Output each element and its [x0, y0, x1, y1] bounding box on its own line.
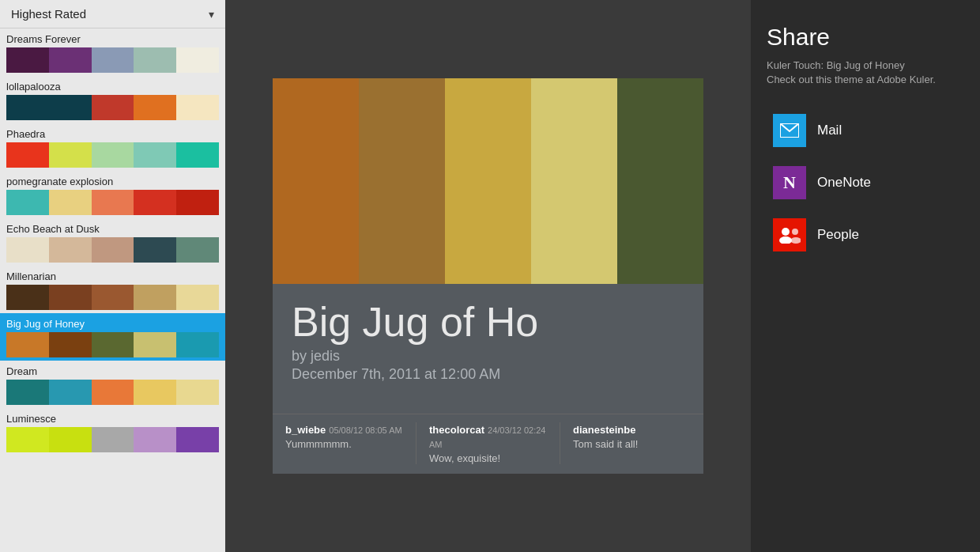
comment-text: Tom said it all!: [573, 438, 691, 450]
palette-swatches: [6, 380, 219, 405]
palette-swatches: [6, 142, 219, 168]
color-swatch: [6, 237, 49, 263]
comment: dianesteinbeTom said it all!: [560, 422, 703, 464]
palette-item[interactable]: Big Jug of Honey: [0, 313, 225, 361]
comment: b_wiebe05/08/12 08:05 AMYummmmmm.: [273, 422, 416, 464]
color-swatch: [176, 237, 219, 263]
palette-swatches: [6, 427, 219, 452]
color-swatch: [176, 47, 219, 73]
svg-point-5: [790, 237, 801, 244]
share-subtitle-line1: Kuler Touch: Big Jug of Honey: [767, 59, 905, 71]
sidebar: Highest Rated ▾ Dreams Foreverlollapaloo…: [0, 0, 225, 552]
color-swatch: [92, 427, 134, 452]
theme-date: December 7th, 2011 at 12:00 AM: [292, 366, 684, 383]
palette-name: Dreams Forever: [6, 33, 219, 45]
color-swatch: [49, 47, 92, 73]
palette-item[interactable]: Luminesce: [0, 408, 225, 456]
color-swatch: [49, 237, 92, 263]
color-swatch: [134, 47, 176, 73]
color-swatch: [49, 190, 92, 215]
color-swatch: [134, 142, 176, 168]
palette-item[interactable]: Millenarian: [0, 266, 225, 313]
color-swatch: [176, 95, 219, 120]
share-panel: Share Kuler Touch: Big Jug of Honey Chec…: [751, 0, 980, 552]
color-swatch: [134, 285, 176, 310]
color-swatch: [134, 95, 176, 120]
share-item-onenote[interactable]: NOneNote: [767, 158, 964, 207]
color-swatch: [6, 427, 49, 452]
color-swatch: [6, 380, 49, 405]
color-swatch: [49, 142, 92, 168]
share-label-onenote: OneNote: [817, 175, 871, 191]
color-swatch: [49, 427, 92, 452]
comment-username: b_wiebe: [285, 424, 326, 436]
color-swatch: [6, 285, 49, 310]
theme-title: Big Jug of Ho: [292, 300, 684, 345]
color-swatch: [6, 332, 49, 357]
svg-point-2: [782, 228, 790, 236]
comment-text: Yummmmmm.: [285, 438, 403, 450]
color-swatch: [176, 190, 219, 215]
share-items-list: MailNOneNotePeople: [767, 106, 964, 259]
theme-card[interactable]: Big Jug of Ho by jedis December 7th, 201…: [273, 78, 703, 474]
palette-item[interactable]: pomegranate explosion: [0, 171, 225, 218]
color-swatch: [92, 332, 134, 357]
comments-section: b_wiebe05/08/12 08:05 AMYummmmmm.thecolo…: [273, 414, 703, 474]
theme-color-block: [531, 78, 617, 284]
color-swatch: [176, 380, 219, 405]
comment-user-line: dianesteinbe: [573, 422, 691, 437]
palette-name: Millenarian: [6, 270, 219, 282]
theme-color-block: [359, 78, 445, 284]
theme-color-block: [273, 78, 359, 284]
share-item-mail[interactable]: Mail: [767, 106, 964, 155]
color-swatch: [49, 332, 92, 357]
color-swatch: [134, 332, 176, 357]
color-swatch: [92, 47, 134, 73]
share-subtitle-line2: Check out this theme at Adobe Kuler.: [767, 74, 936, 85]
palette-item[interactable]: Phaedra: [0, 123, 225, 171]
palette-swatches: [6, 332, 219, 357]
color-swatch: [134, 427, 176, 452]
color-swatch: [92, 285, 134, 310]
color-swatch: [92, 190, 134, 215]
palette-item[interactable]: Dream: [0, 361, 225, 408]
sort-dropdown[interactable]: Highest Rated ▾: [0, 0, 225, 28]
comment-username: dianesteinbe: [573, 424, 635, 436]
share-item-people[interactable]: People: [767, 210, 964, 259]
color-swatch: [49, 285, 92, 310]
color-swatch: [176, 427, 219, 452]
palette-name: Luminesce: [6, 413, 219, 425]
palette-name: pomegranate explosion: [6, 176, 219, 187]
palette-name: Dream: [6, 365, 219, 377]
color-swatch: [134, 237, 176, 263]
color-swatch: [176, 142, 219, 168]
palette-item[interactable]: lollapalooza: [0, 76, 225, 123]
sort-label: Highest Rated: [11, 7, 86, 21]
color-swatch: [176, 285, 219, 310]
comment: thecolorcat24/03/12 02:24 AMWow, exquisi…: [416, 422, 560, 464]
comment-user-line: b_wiebe05/08/12 08:05 AM: [285, 422, 403, 437]
color-swatch: [92, 142, 134, 168]
onenote-icon: N: [773, 166, 806, 199]
palette-name: Big Jug of Honey: [6, 318, 219, 330]
color-swatch: [49, 380, 92, 405]
color-swatch: [92, 380, 134, 405]
theme-color-block: [445, 78, 531, 284]
palette-swatches: [6, 237, 219, 263]
palette-swatches: [6, 95, 219, 120]
color-swatch: [176, 332, 219, 357]
comment-username: thecolorcat: [429, 424, 484, 436]
palette-name: lollapalooza: [6, 81, 219, 93]
color-swatch: [134, 190, 176, 215]
comment-timestamp: 05/08/12 08:05 AM: [329, 425, 401, 435]
svg-point-4: [792, 229, 798, 235]
share-label-people: People: [817, 227, 859, 243]
color-swatch: [6, 95, 49, 120]
color-swatch: [49, 95, 92, 120]
palette-item[interactable]: Echo Beach at Dusk: [0, 218, 225, 266]
share-subtitle: Kuler Touch: Big Jug of Honey Check out …: [767, 59, 964, 87]
palette-item[interactable]: Dreams Forever: [0, 28, 225, 76]
chevron-down-icon: ▾: [209, 8, 214, 21]
color-swatch: [92, 237, 134, 263]
palette-name: Echo Beach at Dusk: [6, 223, 219, 235]
